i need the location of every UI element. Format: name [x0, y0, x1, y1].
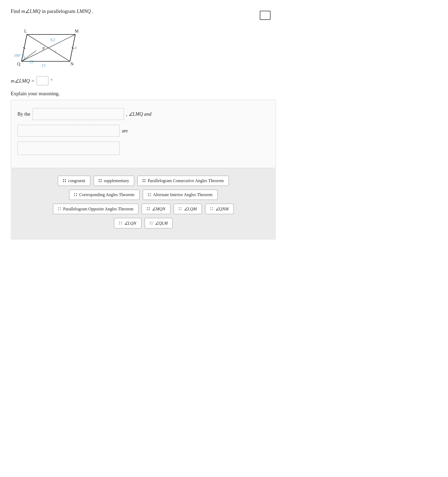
label-13: 13	[42, 63, 45, 68]
drag-icon-congruent	[63, 179, 66, 182]
lmq-and-text: , ∠LMQ and	[126, 111, 152, 117]
degree-symbol: °	[51, 78, 52, 83]
tile-parallelogram-consecutive-label: Parallelogram Consecutive Angles Theorem	[148, 178, 224, 183]
tile-row-2: Corresponding Angles Theorem Alternate I…	[17, 190, 269, 200]
label-100: 100°	[14, 54, 21, 58]
tile-supplementary[interactable]: supplementary	[94, 176, 134, 186]
label-N: N	[70, 62, 74, 66]
top-right-box	[260, 11, 271, 20]
tile-row-4: ∠LQN ∠QLM	[17, 218, 269, 228]
label-Q: Q	[17, 62, 20, 66]
sentence-line-1: By the , ∠LMQ and	[17, 108, 269, 120]
label-M: M	[75, 29, 79, 33]
tile-angle-qlm-label: ∠QLM	[155, 221, 168, 226]
tile-angle-mqn[interactable]: ∠MQN	[142, 204, 170, 214]
drop-zone-theorem[interactable]	[33, 108, 124, 120]
drag-icon-angle-mqn	[147, 207, 150, 211]
answer-input[interactable]	[37, 76, 48, 85]
by-the-text: By the	[17, 111, 30, 117]
label-8: 8	[75, 46, 77, 50]
tile-angle-lqm-label: ∠LQM	[184, 206, 197, 211]
answer-row: m∠LMQ = °	[11, 76, 276, 85]
drag-icon-angle-lqn	[119, 222, 122, 225]
tile-angle-lqn[interactable]: ∠LQN	[114, 218, 141, 228]
drag-icon-parallelogram-opposite	[58, 207, 61, 211]
drag-icon-angle-qnm	[210, 207, 214, 211]
tile-row-3: Parallelogram Opposite Angles Theorem ∠M…	[17, 204, 269, 214]
label-82: 8.2	[51, 38, 55, 42]
drag-icon-angle-lqm	[179, 207, 182, 211]
tile-angle-lqn-label: ∠LQN	[124, 221, 136, 226]
parallelogram-svg: L M N Q P 100° 29° 8.2 7 8 13	[13, 20, 89, 68]
explain-label: Explain your reasoning.	[11, 91, 276, 97]
drag-icon-corresponding-angles	[74, 193, 77, 196]
tile-supplementary-label: supplementary	[104, 178, 129, 183]
tile-parallelogram-consecutive[interactable]: Parallelogram Consecutive Angles Theorem	[137, 176, 229, 186]
diagram: L M N Q P 100° 29° 8.2 7 8 13	[13, 20, 89, 68]
sentence-line-3	[17, 142, 269, 155]
drag-icon-angle-qlm	[150, 222, 153, 225]
tile-area: congruent supplementary Parallelogram Co…	[11, 168, 276, 240]
tile-corresponding-angles[interactable]: Corresponding Angles Theorem	[69, 190, 140, 200]
are-text: are	[122, 128, 128, 134]
tile-angle-lqm[interactable]: ∠LQM	[174, 204, 202, 214]
tile-row-1: congruent supplementary Parallelogram Co…	[17, 176, 269, 186]
reasoning-box: By the , ∠LMQ and are	[11, 100, 276, 168]
question-title: Find m∠LMQ in parallelogram LMNQ .	[11, 8, 276, 14]
tile-angle-qnm-label: ∠QNM	[215, 206, 229, 211]
drag-icon-parallelogram-consecutive	[143, 179, 146, 182]
drop-zone-property[interactable]	[17, 142, 120, 155]
label-P: P	[42, 46, 45, 51]
tile-congruent-label: congruent	[68, 178, 85, 183]
label-29: 29°	[30, 60, 35, 64]
tile-angle-mqn-label: ∠MQN	[152, 206, 165, 211]
tile-corresponding-angles-label: Corresponding Angles Theorem	[79, 192, 134, 197]
label-7: 7	[55, 50, 56, 54]
drop-zone-angle[interactable]	[17, 125, 120, 137]
sentence-line-2: are	[17, 125, 269, 137]
tile-parallelogram-opposite-label: Parallelogram Opposite Angles Theorem	[63, 207, 133, 211]
drag-icon-supplementary	[99, 179, 102, 182]
tile-alternate-interior[interactable]: Alternate Interior Angles Theorem	[143, 190, 218, 200]
tile-alternate-interior-label: Alternate Interior Angles Theorem	[153, 192, 212, 197]
tile-parallelogram-opposite[interactable]: Parallelogram Opposite Angles Theorem	[53, 204, 138, 214]
svg-line-2	[27, 34, 70, 61]
answer-label: m∠LMQ =	[11, 78, 34, 84]
drag-icon-alternate-interior	[148, 193, 151, 196]
tile-angle-qnm[interactable]: ∠QNM	[205, 204, 234, 214]
label-L: L	[24, 29, 27, 33]
tile-angle-qlm[interactable]: ∠QLM	[145, 218, 173, 228]
tile-congruent[interactable]: congruent	[58, 176, 90, 186]
